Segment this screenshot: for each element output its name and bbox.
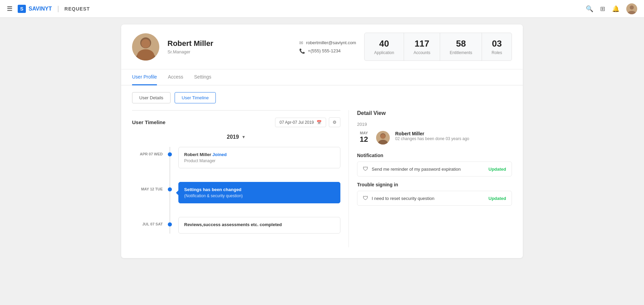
stat-roles-number: 03 bbox=[492, 38, 502, 49]
stat-applications-label: Application bbox=[374, 50, 394, 55]
trouble-text-1: I need to reset security question bbox=[372, 196, 434, 201]
timeline-card-1: Robert Miller Joined Product Manager bbox=[178, 147, 340, 168]
main-container: Robert Miller Sr.Manager ✉ robertmiller@… bbox=[121, 24, 523, 258]
shield-icon-2: 🛡 bbox=[363, 195, 368, 201]
phone-icon: 📞 bbox=[299, 48, 305, 54]
stat-roles: 03 Roles bbox=[482, 33, 512, 61]
timeline-dot-2 bbox=[168, 187, 172, 191]
detail-main-entry: MAY 12 Robert Miller 02 changes has been… bbox=[357, 131, 512, 145]
profile-name: Robert Miller bbox=[167, 39, 277, 48]
grid-icon[interactable]: ⊞ bbox=[600, 5, 605, 13]
joined-label: Joined bbox=[212, 152, 227, 157]
sub-tabs: User Details User Timeline bbox=[121, 85, 523, 110]
timeline-entry-1: APR 07 WED Robert Miller Joined Product … bbox=[132, 147, 340, 168]
s-logo-icon: S bbox=[18, 5, 26, 13]
timeline-date-apr: APR 07 WED bbox=[132, 147, 166, 157]
stat-entitlements-number: 58 bbox=[456, 38, 466, 49]
timeline-dot-3 bbox=[168, 222, 172, 226]
filter-icon: ⚙ bbox=[333, 120, 337, 125]
stat-entitlements-label: Entitlements bbox=[450, 50, 472, 55]
timeline-card-sub-1: Product Manager bbox=[184, 158, 335, 163]
detail-user-name: Robert Miller bbox=[395, 131, 512, 136]
timeline-entry-3: JUL 07 SAT Reviews,success assessments e… bbox=[132, 217, 340, 234]
tabs-container: User Profile Access Settings bbox=[121, 69, 523, 85]
date-range-button[interactable]: 07 Apr-07 Jul 2019 📅 bbox=[275, 118, 326, 127]
sub-tab-user-timeline[interactable]: User Timeline bbox=[175, 92, 216, 103]
notification-status-1: Updated bbox=[488, 167, 506, 172]
timeline-date-may: MAY 12 TUE bbox=[132, 182, 166, 192]
topnav-right: 🔍 ⊞ 🔔 bbox=[586, 3, 637, 14]
stat-applications-number: 40 bbox=[379, 38, 389, 49]
notification-section-title: Notification bbox=[357, 153, 512, 158]
calendar-icon: 📅 bbox=[317, 120, 322, 125]
notification-text-1: Send me reminder of my password expirati… bbox=[372, 167, 461, 172]
profile-stats: 40 Application 117 Accounts 58 Entitleme… bbox=[364, 33, 512, 61]
detail-user-info: Robert Miller 02 changes has been done 0… bbox=[395, 131, 512, 141]
tab-settings[interactable]: Settings bbox=[194, 69, 211, 85]
detail-date: MAY 12 bbox=[357, 131, 371, 144]
stat-applications: 40 Application bbox=[365, 33, 404, 61]
profile-email: robertmiller@saviynt.com bbox=[306, 40, 356, 45]
svg-point-11 bbox=[381, 134, 385, 139]
detail-year: 2019 bbox=[357, 122, 512, 127]
timeline-dot-1 bbox=[168, 152, 172, 156]
bell-icon[interactable]: 🔔 bbox=[612, 5, 619, 13]
brand-name: SAVINYT bbox=[29, 6, 52, 12]
stat-accounts-number: 117 bbox=[415, 38, 429, 49]
year-chevron-icon: ▼ bbox=[242, 135, 246, 139]
detail-view-title: Detail View bbox=[357, 110, 512, 116]
trouble-item-left: 🛡 I need to reset security question bbox=[363, 195, 434, 201]
user-avatar[interactable] bbox=[626, 3, 637, 14]
content-area: User Timeline 07 Apr-07 Jul 2019 📅 ⚙ 201… bbox=[121, 110, 523, 258]
date-range-text: 07 Apr-07 Jul 2019 bbox=[279, 120, 314, 125]
profile-title: Sr.Manager bbox=[167, 49, 277, 54]
timeline-list: APR 07 WED Robert Miller Joined Product … bbox=[132, 147, 340, 234]
trouble-item-1: 🛡 I need to reset security question Upda… bbox=[357, 191, 512, 206]
timeline-card-3: Reviews,success assessments etc. complet… bbox=[178, 217, 340, 234]
left-panel: User Timeline 07 Apr-07 Jul 2019 📅 ⚙ 201… bbox=[132, 110, 349, 247]
timeline-date-jul: JUL 07 SAT bbox=[132, 217, 166, 227]
timeline-card-2: Settings has been changed (Notification … bbox=[178, 182, 340, 203]
search-icon[interactable]: 🔍 bbox=[586, 5, 593, 13]
timeline-card-inner-1[interactable]: Robert Miller Joined Product Manager bbox=[178, 147, 340, 168]
nav-request-label: REQUEST bbox=[64, 6, 90, 12]
year-label: 2019 bbox=[227, 134, 239, 140]
detail-day: 12 bbox=[357, 135, 371, 144]
year-selector[interactable]: 2019 ▼ bbox=[132, 134, 340, 140]
profile-contact: ✉ robertmiller@saviynt.com 📞 +(555) 555-… bbox=[299, 40, 356, 54]
filter-button[interactable]: ⚙ bbox=[329, 117, 340, 127]
profile-avatar bbox=[132, 33, 159, 61]
svg-point-6 bbox=[141, 39, 150, 48]
stat-roles-label: Roles bbox=[492, 50, 502, 55]
trouble-section-title: Trouble signing in bbox=[357, 182, 512, 187]
hamburger-menu-icon[interactable]: ☰ bbox=[7, 5, 12, 13]
tab-access[interactable]: Access bbox=[168, 69, 183, 85]
stat-entitlements: 58 Entitlements bbox=[440, 33, 482, 61]
notification-item-1: 🛡 Send me reminder of my password expira… bbox=[357, 162, 512, 176]
timeline-card-title-2: Settings has been changed bbox=[184, 187, 335, 192]
trouble-status-1: Updated bbox=[488, 196, 506, 201]
timeline-card-sub-2: (Notification & security question) bbox=[184, 193, 335, 198]
shield-icon-1: 🛡 bbox=[363, 166, 368, 172]
timeline-entry-2: MAY 12 TUE Settings has been changed (No… bbox=[132, 182, 340, 203]
timeline-card-inner-3[interactable]: Reviews,success assessments etc. complet… bbox=[178, 217, 340, 234]
topnav: ☰ S SAVINYT | REQUEST 🔍 ⊞ 🔔 bbox=[0, 0, 644, 18]
profile-email-item: ✉ robertmiller@saviynt.com bbox=[299, 40, 356, 46]
timeline-card-title-1: Robert Miller Joined bbox=[184, 152, 335, 157]
timeline-card-inner-2[interactable]: Settings has been changed (Notification … bbox=[178, 182, 340, 203]
notification-item-left: 🛡 Send me reminder of my password expira… bbox=[363, 166, 461, 172]
timeline-card-title-3: Reviews,success assessments etc. complet… bbox=[184, 222, 335, 227]
timeline-title: User Timeline bbox=[132, 119, 165, 125]
sub-tab-user-details[interactable]: User Details bbox=[132, 92, 171, 103]
detail-user-sub: 02 changes has been done 03 years ago bbox=[395, 136, 512, 141]
timeline-date-filter: 07 Apr-07 Jul 2019 📅 ⚙ bbox=[275, 117, 340, 127]
right-panel: Detail View 2019 MAY 12 Robert bbox=[349, 110, 512, 247]
tab-user-profile[interactable]: User Profile bbox=[132, 69, 157, 85]
stat-accounts: 117 Accounts bbox=[404, 33, 440, 61]
stat-accounts-label: Accounts bbox=[414, 50, 430, 55]
profile-phone: +(555) 555-1234 bbox=[308, 48, 341, 53]
profile-header: Robert Miller Sr.Manager ✉ robertmiller@… bbox=[121, 24, 523, 69]
email-icon: ✉ bbox=[299, 40, 303, 46]
section-divider bbox=[132, 110, 340, 111]
svg-point-1 bbox=[630, 5, 634, 10]
